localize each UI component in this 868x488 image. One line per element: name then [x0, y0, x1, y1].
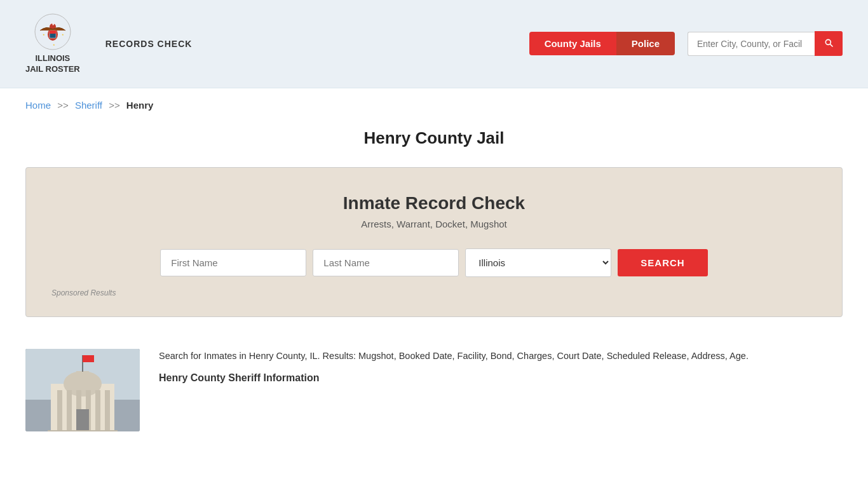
courthouse-svg [25, 349, 140, 431]
svg-rect-19 [105, 390, 110, 431]
svg-rect-14 [57, 390, 62, 431]
bottom-description: Search for Inmates in Henry County, IL. … [159, 349, 749, 363]
records-check-label: RECORDS CHECK [105, 39, 193, 49]
svg-text:★: ★ [51, 22, 54, 26]
record-check-box: Inmate Record Check Arrests, Warrant, Do… [25, 167, 843, 317]
logo[interactable]: ★ ★ ★ ★ ILLINOIS JAIL ROSTER [25, 13, 80, 75]
header: ★ ★ ★ ★ ILLINOIS JAIL ROSTER RECORDS CHE… [0, 0, 868, 88]
svg-rect-13 [76, 371, 89, 385]
bottom-subheading: Henry County Sheriff Information [159, 370, 749, 386]
svg-text:★: ★ [62, 33, 64, 36]
search-button[interactable]: SEARCH [618, 249, 707, 276]
last-name-input[interactable] [313, 249, 459, 276]
illinois-seal-icon: ★ ★ ★ ★ [34, 13, 72, 51]
bottom-text: Search for Inmates in Henry County, IL. … [159, 349, 749, 386]
sponsored-results-label: Sponsored Results [51, 288, 817, 297]
search-icon [824, 37, 834, 48]
svg-rect-22 [83, 355, 94, 362]
svg-rect-18 [95, 390, 100, 431]
breadcrumb: Home >> Sheriff >> Henry [0, 88, 868, 122]
breadcrumb-sheriff[interactable]: Sheriff [75, 100, 102, 111]
header-search-button[interactable] [815, 31, 843, 56]
header-search-input[interactable] [688, 32, 815, 56]
svg-text:★: ★ [53, 43, 55, 46]
header-search [688, 31, 843, 56]
page-title: Henry County Jail [0, 122, 868, 167]
record-check-subtitle: Arrests, Warrant, Docket, Mugshot [51, 219, 817, 229]
state-select[interactable]: IllinoisAlabamaAlaskaArizonaArkansasCali… [465, 248, 611, 277]
county-jails-button[interactable]: County Jails [529, 32, 616, 55]
logo-text: ILLINOIS JAIL ROSTER [25, 53, 80, 75]
first-name-input[interactable] [160, 249, 306, 276]
courthouse-image [25, 349, 140, 431]
breadcrumb-home[interactable]: Home [25, 100, 51, 111]
record-check-form: IllinoisAlabamaAlaskaArizonaArkansasCali… [51, 248, 817, 277]
nav-buttons: County Jails Police [529, 31, 843, 56]
record-check-title: Inmate Record Check [51, 193, 817, 214]
svg-rect-20 [76, 409, 89, 431]
bottom-section: Search for Inmates in Henry County, IL. … [0, 336, 868, 444]
breadcrumb-current: Henry [126, 100, 154, 111]
svg-text:★: ★ [43, 33, 45, 36]
svg-rect-23 [48, 430, 118, 431]
svg-rect-15 [67, 390, 72, 431]
police-button[interactable]: Police [616, 32, 675, 55]
svg-rect-4 [50, 30, 56, 34]
